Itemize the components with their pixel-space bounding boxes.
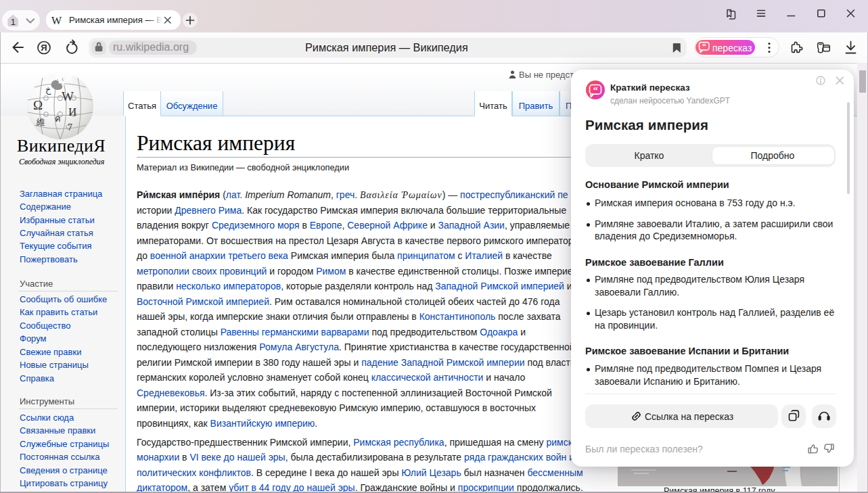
svg-text:W: W — [62, 89, 74, 103]
svg-text:“: “ — [702, 43, 706, 51]
svg-text:خ: خ — [45, 85, 51, 95]
svg-text:7: 7 — [68, 122, 72, 133]
svg-text:Я: Я — [41, 43, 47, 53]
svg-text:“: “ — [593, 85, 598, 95]
svg-text:1: 1 — [11, 17, 16, 27]
svg-text:W: W — [51, 15, 62, 26]
svg-text:Ω: Ω — [33, 98, 43, 112]
svg-text:И: И — [68, 105, 76, 118]
svg-text:維: 維 — [36, 117, 45, 127]
svg-text:ค: ค — [55, 114, 61, 124]
